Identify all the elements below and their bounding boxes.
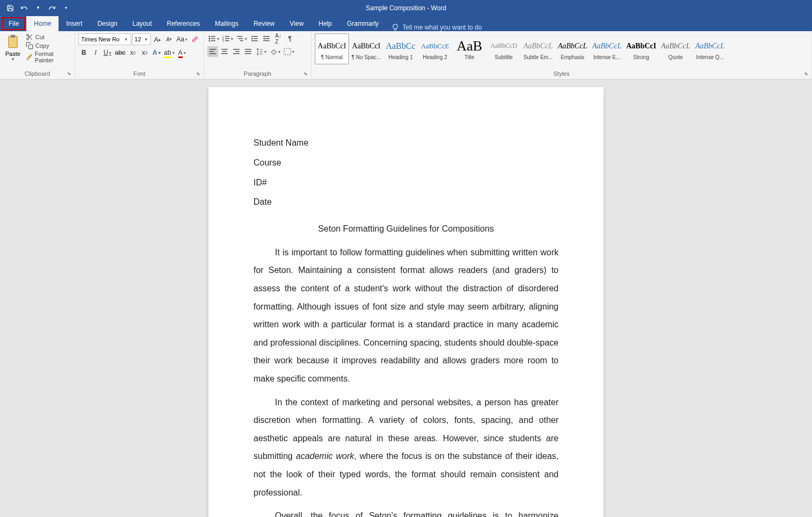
sort-button[interactable]: A↓Z xyxy=(273,33,284,44)
style-sample: AaBbCcI xyxy=(352,38,381,54)
style-item-strong[interactable]: AaBbCcIStrong xyxy=(624,33,658,64)
group-font: Times New Ro ▼ 12 ▼ A▴ A▾ Aa▾ B I U▾ abc… xyxy=(75,31,204,79)
numbering-button[interactable]: 123▾ xyxy=(221,33,234,44)
align-left-icon xyxy=(209,48,216,55)
svg-rect-20 xyxy=(237,36,242,37)
style-item-heading-2[interactable]: AaBbCcEHeading 2 xyxy=(418,33,452,64)
shrink-font-button[interactable]: A▾ xyxy=(164,34,175,45)
tab-review[interactable]: Review xyxy=(246,16,282,31)
svg-rect-31 xyxy=(209,49,216,50)
multilevel-list-icon xyxy=(236,35,244,42)
style-sample: AaBbCcE xyxy=(421,38,450,54)
superscript-button[interactable]: x2 xyxy=(139,47,150,58)
justify-button[interactable] xyxy=(243,46,253,57)
style-sample: AaBbCcL xyxy=(695,38,724,54)
style-item-emphasis[interactable]: AaBbCcLEmphasis xyxy=(555,33,590,64)
undo-icon[interactable] xyxy=(18,2,30,14)
italic-button[interactable]: I xyxy=(90,47,101,58)
redo-icon[interactable] xyxy=(46,2,58,14)
font-size-selector[interactable]: 12 ▼ xyxy=(132,33,151,45)
styles-dialog-launcher-icon[interactable]: ⬊ xyxy=(802,70,810,77)
shading-button[interactable]: ▾ xyxy=(269,46,281,57)
font-color-button[interactable]: A▾ xyxy=(177,47,187,58)
cut-button[interactable]: Cut xyxy=(26,33,71,41)
qat-customize-icon[interactable]: ▾ xyxy=(60,2,72,14)
tell-me-search[interactable]: Tell me what you want to do xyxy=(392,24,482,31)
change-case-button[interactable]: Aa▾ xyxy=(176,34,189,45)
style-item-title[interactable]: AaBTitle xyxy=(452,33,487,64)
svg-rect-1 xyxy=(11,35,15,38)
svg-rect-23 xyxy=(251,36,258,37)
subscript-button[interactable]: x2 xyxy=(127,47,138,58)
page-content[interactable]: Student Name Course ID# Date Seton Forma… xyxy=(253,135,559,517)
clipboard-dialog-launcher-icon[interactable]: ⬊ xyxy=(66,70,73,77)
style-item--no-spac-[interactable]: AaBbCcI¶ No Spac... xyxy=(349,33,383,64)
style-sample: AaBbCcL xyxy=(524,38,553,54)
svg-rect-45 xyxy=(260,54,263,54)
align-left-button[interactable] xyxy=(207,46,218,57)
show-paragraph-marks-button[interactable]: ¶ xyxy=(285,33,295,44)
paragraph-group-label: Paragraph xyxy=(207,70,308,78)
text-effects-button[interactable]: A▾ xyxy=(151,47,162,58)
tab-mailings[interactable]: Mailings xyxy=(207,16,246,31)
font-name-selector[interactable]: Times New Ro ▼ xyxy=(78,33,131,45)
clear-formatting-button[interactable] xyxy=(190,34,200,45)
font-dialog-launcher-icon[interactable]: ⬊ xyxy=(194,70,202,77)
highlight-color-button[interactable]: ab▾ xyxy=(163,47,175,58)
paragraph-1: It is important to follow formatting gui… xyxy=(253,243,559,388)
tab-design[interactable]: Design xyxy=(90,16,125,31)
style-item-intense-e-[interactable]: AaBbCcLIntense E... xyxy=(590,33,624,64)
scissors-icon xyxy=(26,33,33,41)
align-right-button[interactable] xyxy=(231,46,242,57)
copy-label: Copy xyxy=(35,42,49,49)
svg-rect-7 xyxy=(28,45,33,49)
paste-icon xyxy=(4,33,21,51)
paste-dropdown-icon[interactable]: ▼ xyxy=(11,57,15,62)
multilevel-list-button[interactable]: ▾ xyxy=(235,33,248,44)
tab-grammarly[interactable]: Grammarly xyxy=(339,16,386,31)
svg-point-12 xyxy=(209,40,211,42)
svg-rect-41 xyxy=(245,51,251,52)
paragraph-dialog-launcher-icon[interactable]: ⬊ xyxy=(302,70,309,77)
tab-references[interactable]: References xyxy=(160,16,207,31)
copy-button[interactable]: Copy xyxy=(26,42,71,49)
svg-rect-36 xyxy=(221,53,228,54)
bullet-list-icon xyxy=(208,35,216,42)
increase-indent-button[interactable] xyxy=(261,33,272,44)
undo-dropdown-icon[interactable]: ▼ xyxy=(32,2,44,14)
paste-button[interactable]: Paste ▼ xyxy=(3,33,23,63)
tab-file[interactable]: File xyxy=(2,17,25,30)
style-item-heading-1[interactable]: AaBbCcHeading 1 xyxy=(383,33,418,64)
bullets-button[interactable]: ▾ xyxy=(207,33,220,44)
svg-rect-43 xyxy=(260,49,263,50)
decrease-indent-button[interactable] xyxy=(249,33,260,44)
bold-button[interactable]: B xyxy=(78,47,89,58)
line-spacing-button[interactable]: ▾ xyxy=(255,46,267,57)
document-area[interactable]: Student Name Course ID# Date Seton Forma… xyxy=(0,80,812,517)
svg-rect-30 xyxy=(263,40,270,41)
strikethrough-button[interactable]: abc xyxy=(114,47,126,58)
tab-view[interactable]: View xyxy=(282,16,311,31)
save-icon[interactable] xyxy=(4,2,16,14)
style-item-subtitle[interactable]: AaBbCcDSubtitle xyxy=(487,33,521,64)
tab-insert[interactable]: Insert xyxy=(59,16,90,31)
grow-font-button[interactable]: A▴ xyxy=(152,34,163,45)
tab-help[interactable]: Help xyxy=(311,16,339,31)
borders-button[interactable]: ▾ xyxy=(282,46,295,57)
format-painter-button[interactable]: Format Painter xyxy=(26,51,71,63)
style-item-quote[interactable]: AaBbCcLQuote xyxy=(658,33,693,64)
align-center-button[interactable] xyxy=(219,46,230,57)
svg-rect-15 xyxy=(225,36,229,37)
style-name: ¶ Normal xyxy=(321,54,343,60)
svg-rect-9 xyxy=(211,36,215,37)
style-name: Subtitle xyxy=(495,54,512,60)
underline-button[interactable]: U▾ xyxy=(102,47,113,58)
style-item--normal[interactable]: AaBbCcI¶ Normal xyxy=(315,33,349,64)
style-name: Heading 1 xyxy=(388,54,413,60)
style-item-subtle-em-[interactable]: AaBbCcLSubtle Em... xyxy=(521,33,555,64)
align-center-icon xyxy=(221,48,228,55)
style-item-intense-q-[interactable]: AaBbCcLIntense Q... xyxy=(693,33,727,64)
tab-home[interactable]: Home xyxy=(26,16,59,31)
tab-layout[interactable]: Layout xyxy=(125,16,160,31)
style-name: ¶ No Spac... xyxy=(352,54,381,60)
